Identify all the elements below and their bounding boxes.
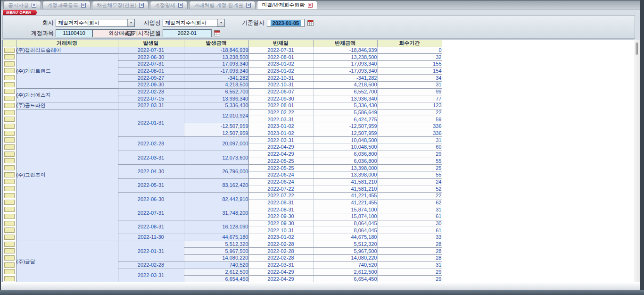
row-selector-cell[interactable] <box>3 102 16 110</box>
row-selector[interactable] <box>4 82 15 87</box>
occur-amount-cell[interactable]: 82,442,910 <box>184 192 248 206</box>
collect-days-cell[interactable]: 336 <box>377 123 442 130</box>
row-selector[interactable] <box>4 75 15 80</box>
tab-5[interactable]: 미결/반제회수현황✕ <box>257 0 317 9</box>
settle-amount-cell[interactable]: 5,967,500 <box>313 248 377 255</box>
occur-amount-cell[interactable]: 14,080,220 <box>184 255 248 262</box>
settle-date-cell[interactable]: 2022-10-31 <box>248 81 313 88</box>
settle-amount-cell[interactable]: 13,238,500 <box>313 54 377 61</box>
vertical-scrollbar[interactable] <box>634 40 640 282</box>
collect-days-cell[interactable]: 155 <box>377 60 442 67</box>
customer-cell[interactable]: (주)거림트렌드 <box>16 54 118 88</box>
selector-header-cell[interactable] <box>3 40 16 47</box>
occur-date-cell[interactable]: 2022-03-31 <box>118 102 184 110</box>
customer-cell[interactable]: (주)갤러리드슬레이 <box>16 47 118 54</box>
settle-date-cell[interactable]: 2022-07-22 <box>248 185 313 193</box>
tab-0[interactable]: 공지사항✕ <box>3 1 41 9</box>
tab-3[interactable]: 계정명세✕ <box>150 1 188 9</box>
settle-amount-cell[interactable]: 8,064,045 <box>313 227 377 234</box>
occur-amount-cell[interactable]: 6,654,450 <box>184 276 248 282</box>
calendar-icon[interactable] <box>307 20 314 26</box>
collect-days-cell[interactable]: 30 <box>377 220 442 227</box>
tab-close-icon[interactable]: ✕ <box>139 3 144 8</box>
customer-cell[interactable]: (주)금담 <box>16 241 118 282</box>
col-header-occur-amount[interactable]: 발생금액 <box>184 40 248 47</box>
occur-date-cell[interactable]: 2022-01-31 <box>118 241 184 261</box>
settle-amount-cell[interactable]: 6,424,275 <box>313 116 377 123</box>
row-selector-cell[interactable] <box>3 123 16 130</box>
settle-date-cell[interactable]: 2022-03-31 <box>248 261 313 269</box>
row-selector-cell[interactable] <box>3 171 16 178</box>
settle-date-cell[interactable]: 2022-02-28 <box>248 241 313 248</box>
settle-date-cell[interactable]: 2022-10-31 <box>248 75 313 82</box>
row-selector[interactable] <box>4 242 15 247</box>
row-selector-cell[interactable] <box>3 227 16 234</box>
row-selector-cell[interactable] <box>3 60 16 67</box>
settle-date-cell[interactable]: 2022-02-28 <box>248 255 313 262</box>
occur-date-cell[interactable]: 2022-01-31 <box>118 109 184 137</box>
settle-amount-cell[interactable]: 13,398,000 <box>313 165 377 172</box>
collect-days-cell[interactable]: 31 <box>377 137 442 144</box>
row-selector[interactable] <box>4 186 15 191</box>
settle-amount-cell[interactable]: 10,048,500 <box>313 137 377 144</box>
occur-date-cell[interactable]: 2022-03-31 <box>118 269 184 282</box>
collect-days-cell[interactable]: 60 <box>377 144 442 151</box>
customer-cell[interactable]: (주)거성에스지 <box>16 88 118 102</box>
row-selector[interactable] <box>4 200 15 205</box>
settle-date-cell[interactable]: 2022-07-31 <box>248 47 313 54</box>
settle-amount-cell[interactable]: 12,507,959 <box>313 130 377 137</box>
row-selector-cell[interactable] <box>3 269 16 276</box>
settle-amount-cell[interactable]: 17,093,340 <box>313 60 377 67</box>
occur-date-cell[interactable]: 2022-04-30 <box>118 165 184 178</box>
occur-date-cell[interactable]: 2022-02-28 <box>118 261 184 269</box>
row-selector-cell[interactable] <box>3 75 16 82</box>
settle-date-cell[interactable]: 2022-08-01 <box>248 102 313 110</box>
occur-date-cell[interactable]: 2022-09-30 <box>118 81 184 88</box>
occur-amount-cell[interactable]: -341,282 <box>184 75 248 82</box>
settle-amount-cell[interactable]: -341,282 <box>313 75 377 82</box>
settle-amount-cell[interactable]: 13,398,000 <box>313 171 377 178</box>
customer-cell[interactable]: (주)그린조이 <box>16 109 118 241</box>
settle-amount-cell[interactable]: 6,036,800 <box>313 151 377 158</box>
occur-date-cell[interactable]: 2022-06-30 <box>118 192 184 206</box>
occur-amount-cell[interactable]: 26,796,000 <box>184 165 248 178</box>
settle-amount-cell[interactable]: 6,552,700 <box>313 88 377 95</box>
occur-date-cell[interactable]: 2022-07-31 <box>118 60 184 67</box>
settle-date-cell[interactable]: 2022-06-07 <box>248 88 313 95</box>
row-selector[interactable] <box>4 276 15 281</box>
occur-amount-cell[interactable]: 44,675,180 <box>184 234 248 241</box>
settle-date-cell[interactable]: 2022-04-29 <box>248 269 313 276</box>
settle-date-cell[interactable]: 2023-01-02 <box>248 130 313 137</box>
row-selector-cell[interactable] <box>3 116 16 123</box>
row-selector-cell[interactable] <box>3 192 16 199</box>
collect-days-cell[interactable]: 55 <box>377 171 442 178</box>
occur-amount-cell[interactable]: 5,512,320 <box>184 241 248 248</box>
settle-date-cell[interactable]: 2022-04-29 <box>248 151 313 158</box>
row-selector-cell[interactable] <box>3 241 16 248</box>
settle-amount-cell[interactable]: 740,520 <box>313 261 377 269</box>
row-selector[interactable] <box>4 158 15 163</box>
row-selector-cell[interactable] <box>3 206 16 213</box>
row-selector-cell[interactable] <box>3 81 16 88</box>
collect-days-cell[interactable]: 0 <box>377 47 442 54</box>
settle-amount-cell[interactable]: 2,612,500 <box>313 269 377 276</box>
occur-date-cell[interactable]: 2022-02-28 <box>118 137 184 151</box>
occur-amount-cell[interactable]: 2,612,500 <box>184 269 248 276</box>
row-selector[interactable] <box>4 137 15 143</box>
settle-date-cell[interactable]: 2022-09-30 <box>248 213 313 220</box>
row-selector-cell[interactable] <box>3 178 16 185</box>
settle-date-cell[interactable]: 2022-08-31 <box>248 199 313 206</box>
tab-close-icon[interactable]: ✕ <box>81 3 86 8</box>
row-selector[interactable] <box>4 117 15 122</box>
row-selector[interactable] <box>4 144 15 150</box>
settle-date-cell[interactable]: 2022-09-30 <box>248 95 313 102</box>
settle-date-cell[interactable]: 2022-06-24 <box>248 178 313 185</box>
row-selector[interactable] <box>4 235 15 240</box>
settle-amount-cell[interactable]: 10,048,500 <box>313 144 377 151</box>
row-selector-cell[interactable] <box>3 158 16 165</box>
collect-days-cell[interactable]: 22 <box>377 192 442 199</box>
col-header-customer[interactable]: 거래처명 <box>16 40 118 47</box>
settle-date-cell[interactable]: 2022-10-31 <box>248 227 313 234</box>
tab-close-icon[interactable]: ✕ <box>246 3 251 8</box>
base-date-input[interactable]: 2023-01-05 <box>267 19 305 27</box>
